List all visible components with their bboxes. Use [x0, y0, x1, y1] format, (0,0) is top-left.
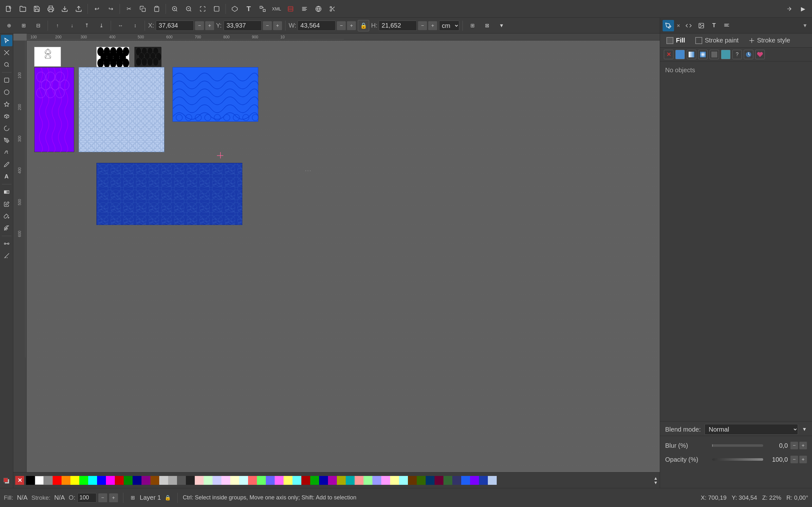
palette-none[interactable]: ✕: [15, 476, 24, 485]
swatch-cornblue[interactable]: [266, 476, 275, 485]
swatch-purple[interactable]: [142, 476, 150, 485]
opacity-minus[interactable]: −: [98, 493, 107, 502]
swatch-brown[interactable]: [150, 476, 159, 485]
paste-button[interactable]: [150, 3, 163, 15]
swatch-ltcyan2[interactable]: [293, 476, 301, 485]
swatch-dkbrwn[interactable]: [408, 476, 417, 485]
flip-h-icon[interactable]: ↔: [114, 19, 127, 32]
snap-to-grid[interactable]: ⊞: [466, 19, 478, 32]
zoom-tool[interactable]: [1, 59, 12, 70]
swatch-vdarkgray[interactable]: [186, 476, 195, 485]
blend-mode-select[interactable]: Normal Multiply Screen Overlay Darken Li…: [705, 424, 798, 435]
custom1-btn[interactable]: [744, 50, 753, 59]
align-button[interactable]: [298, 3, 311, 15]
blue-rect[interactable]: [172, 67, 258, 122]
palette-up[interactable]: ▲: [653, 476, 658, 481]
darkblue-rect[interactable]: [96, 163, 242, 225]
text-button[interactable]: T: [242, 3, 255, 15]
swatch-lightcyan[interactable]: [239, 476, 248, 485]
swatch-midpurple[interactable]: [328, 476, 337, 485]
zoom-out-button[interactable]: [183, 3, 195, 15]
swatch-maroon[interactable]: [435, 476, 444, 485]
zoom-fit-button[interactable]: [196, 3, 209, 15]
swatch-ltred[interactable]: [355, 476, 363, 485]
swatch-ltcyn2[interactable]: [399, 476, 408, 485]
swatch-salmon[interactable]: [248, 476, 257, 485]
dropper-tool[interactable]: [1, 199, 12, 210]
copy-button[interactable]: [136, 3, 149, 15]
swatch-olive[interactable]: [337, 476, 346, 485]
swatch-ltmag[interactable]: [381, 476, 390, 485]
open-button[interactable]: [16, 3, 29, 15]
thumbnail-dark[interactable]: [135, 47, 161, 66]
print-button[interactable]: [44, 3, 57, 15]
transform-select-icon[interactable]: ⊞: [17, 19, 30, 32]
opacity-plus-btn[interactable]: +: [799, 456, 807, 463]
bezier-tool[interactable]: [1, 147, 12, 158]
swatch-gray[interactable]: [44, 476, 53, 485]
lightblue-rect[interactable]: [79, 67, 164, 152]
coord-more[interactable]: ▼: [495, 19, 508, 32]
measure-tool[interactable]: [1, 250, 12, 262]
xml-editor-button[interactable]: XML: [270, 3, 283, 15]
layer-lock[interactable]: 🔒: [163, 493, 172, 502]
swatch-crimson[interactable]: [301, 476, 310, 485]
fill-stroke-tool[interactable]: [1, 475, 12, 487]
swatch-midgreen[interactable]: [310, 476, 319, 485]
swatch-darkgreen[interactable]: [124, 476, 133, 485]
swatch-ltylw[interactable]: [284, 476, 293, 485]
xml-tab[interactable]: [683, 20, 694, 32]
w-input[interactable]: [298, 20, 336, 31]
node-editor-button[interactable]: [229, 3, 241, 15]
swatch-darkred[interactable]: [115, 476, 124, 485]
opacity-input[interactable]: [78, 493, 96, 503]
pattern-btn[interactable]: [710, 50, 719, 59]
calligraphy-tool[interactable]: [1, 159, 12, 170]
move-down-icon[interactable]: ↓: [66, 19, 78, 32]
swatch-white[interactable]: [35, 476, 44, 485]
swatch-lightpink[interactable]: [195, 476, 204, 485]
align-tab[interactable]: [721, 20, 732, 32]
swatch-forest[interactable]: [444, 476, 452, 485]
h-input[interactable]: [379, 20, 417, 31]
canvas-area[interactable]: 100 200 300 400 500 600 700 800 900 10 1…: [13, 34, 660, 488]
fill-stroke-tab[interactable]: [663, 20, 674, 32]
linear-gradient-btn[interactable]: [687, 50, 696, 59]
unit-select[interactable]: cm mm px in: [439, 20, 459, 31]
blur-minus[interactable]: −: [791, 442, 798, 449]
select-group-icon[interactable]: ⊟: [32, 19, 44, 32]
swatch-royalblue[interactable]: [461, 476, 470, 485]
canvas-content[interactable]: ⋮: [27, 41, 660, 488]
x-input[interactable]: [156, 20, 194, 31]
save-button[interactable]: [31, 3, 43, 15]
swatch-lightgray[interactable]: [159, 476, 168, 485]
blur-plus[interactable]: +: [799, 442, 807, 449]
move-up-icon[interactable]: ↑: [51, 19, 64, 32]
symbols-button[interactable]: [312, 3, 325, 15]
undo-button[interactable]: ↩: [90, 3, 103, 15]
swatch-lightblue[interactable]: [212, 476, 221, 485]
image-tab[interactable]: [696, 20, 707, 32]
export-button[interactable]: [72, 3, 85, 15]
swatch-black[interactable]: [26, 476, 35, 485]
swatch-lightyellow[interactable]: [230, 476, 239, 485]
thumbnail-bw[interactable]: [96, 47, 129, 66]
swatch-lime[interactable]: [257, 476, 266, 485]
zoom-draw-button[interactable]: [210, 3, 223, 15]
zoom-in-button[interactable]: [168, 3, 181, 15]
palette-down[interactable]: ▼: [653, 481, 658, 485]
swatch-violet[interactable]: [275, 476, 284, 485]
connector-tool[interactable]: [1, 238, 12, 249]
new-button[interactable]: [3, 3, 15, 15]
swatch-violet2[interactable]: [470, 476, 479, 485]
move-bottom-icon[interactable]: ⤓: [95, 19, 107, 32]
no-paint-btn[interactable]: ✕: [664, 50, 673, 59]
x-plus[interactable]: +: [205, 21, 214, 30]
swatch-ltgrn[interactable]: [363, 476, 372, 485]
more-button[interactable]: ▶: [797, 3, 809, 15]
pencil-tool[interactable]: [1, 135, 12, 146]
y-minus[interactable]: −: [263, 21, 272, 30]
blur-slider[interactable]: [712, 444, 763, 447]
drawing-area[interactable]: ⋮: [30, 47, 306, 294]
cut-tool-button[interactable]: [326, 3, 339, 15]
